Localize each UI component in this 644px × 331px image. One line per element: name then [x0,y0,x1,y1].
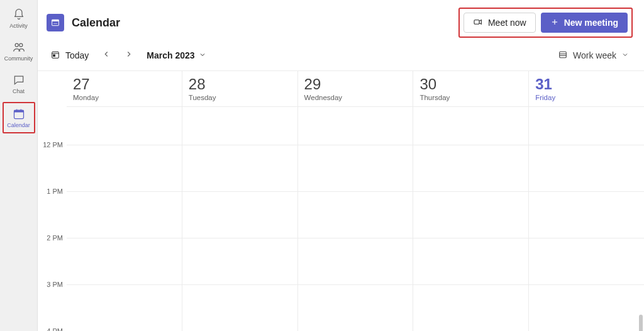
hour-line [529,191,644,192]
day-header[interactable]: 27Monday [67,71,182,106]
new-meeting-label: New meeting [564,18,618,28]
hour-line [67,238,182,238]
list-icon [558,50,568,62]
hour-line [413,191,528,192]
rail-label: Activity [9,23,28,29]
svg-rect-17 [560,52,567,57]
time-label: 12 PM [43,141,63,149]
hour-line [298,145,413,145]
hour-line [298,284,413,285]
day-name: Wednesday [304,94,404,101]
header-actions-highlight: Meet now New meeting [458,8,633,38]
hour-line [413,284,528,285]
people-icon [12,40,26,54]
rail-label: Chat [13,88,25,94]
scrollbar[interactable] [639,315,643,331]
chevron-down-icon [199,50,206,60]
rail-item-calendar[interactable]: Calendar [4,103,34,132]
chat-icon [12,73,26,87]
chevron-right-icon [125,50,133,61]
hour-line [298,238,413,238]
day-header[interactable]: 31Friday [528,71,644,106]
view-label: Work week [573,50,616,60]
hour-line [413,145,528,145]
day-number: 27 [73,76,173,93]
page-title: Calendar [72,16,120,30]
day-name: Monday [73,94,173,101]
video-icon [473,17,483,29]
svg-rect-16 [53,55,55,57]
rail-label: Community [4,55,33,62]
day-number: 28 [189,76,289,93]
hour-line [67,145,182,145]
today-label: Today [65,50,89,60]
prev-period-button[interactable] [97,47,115,64]
day-column[interactable] [528,107,644,331]
time-label: 4 PM [47,327,63,331]
rail-item-community[interactable]: Community [4,36,34,65]
svg-rect-3 [14,110,23,112]
svg-point-9 [55,23,55,24]
hour-line [529,238,644,238]
time-label: 1 PM [47,188,63,195]
rail-item-chat[interactable]: Chat [4,69,34,98]
day-header[interactable]: 29Wednesday [297,71,413,106]
hour-line [182,238,297,238]
day-column[interactable] [182,107,297,331]
page-header: Calendar Meet now New meeting [38,0,644,44]
hour-line [67,284,182,285]
rail-label: Calendar [7,122,30,128]
day-column[interactable] [67,107,182,331]
day-header[interactable]: 30Thursday [413,71,528,106]
calendar-app-icon [47,14,64,31]
svg-point-0 [15,43,18,47]
app-rail: Activity Community Chat Calendar [0,0,38,331]
svg-point-1 [19,43,22,47]
meet-now-label: Meet now [488,18,526,28]
hour-line [413,238,528,238]
calendar-grid[interactable]: 12 PM1 PM2 PM3 PM4 PM [38,107,644,331]
time-label: 3 PM [47,281,63,288]
hour-line [182,284,297,285]
day-name: Thursday [419,94,519,101]
new-meeting-button[interactable]: New meeting [541,13,628,33]
chevron-down-icon [621,50,629,60]
day-headers: 27Monday28Tuesday29Wednesday30Thursday31… [67,71,644,107]
svg-point-10 [56,23,57,24]
svg-rect-11 [474,20,479,24]
main-area: Calendar Meet now New meeting [38,0,644,331]
hour-line [182,145,297,145]
hour-line [182,191,297,192]
rail-item-activity[interactable]: Activity [4,4,34,33]
time-gutter: 12 PM1 PM2 PM3 PM4 PM [38,107,67,331]
meet-now-button[interactable]: Meet now [464,13,536,33]
calendar-today-icon [50,50,60,62]
day-name: Friday [535,94,635,101]
view-selector[interactable]: Work week [554,47,633,64]
svg-point-8 [53,23,54,24]
next-period-button[interactable] [120,47,138,64]
today-button[interactable]: Today [47,47,92,64]
day-number: 29 [304,76,404,93]
day-name: Tuesday [189,94,289,101]
day-number: 30 [419,76,519,93]
day-column[interactable] [297,107,413,331]
time-label: 2 PM [47,234,63,242]
chevron-left-icon [102,50,111,61]
period-picker[interactable]: March 2023 [143,48,209,63]
calendar-icon [12,107,26,121]
hour-line [529,284,644,285]
plus-icon [550,18,559,28]
bell-icon [12,8,26,21]
day-number: 31 [535,76,635,93]
period-label: March 2023 [147,50,194,60]
calendar-toolbar: Today March 2023 [38,44,644,71]
day-column[interactable] [413,107,528,331]
svg-rect-7 [52,20,59,21]
hour-line [529,145,644,145]
hour-line [298,191,413,192]
day-header[interactable]: 28Tuesday [182,71,297,106]
hour-line [67,191,182,192]
